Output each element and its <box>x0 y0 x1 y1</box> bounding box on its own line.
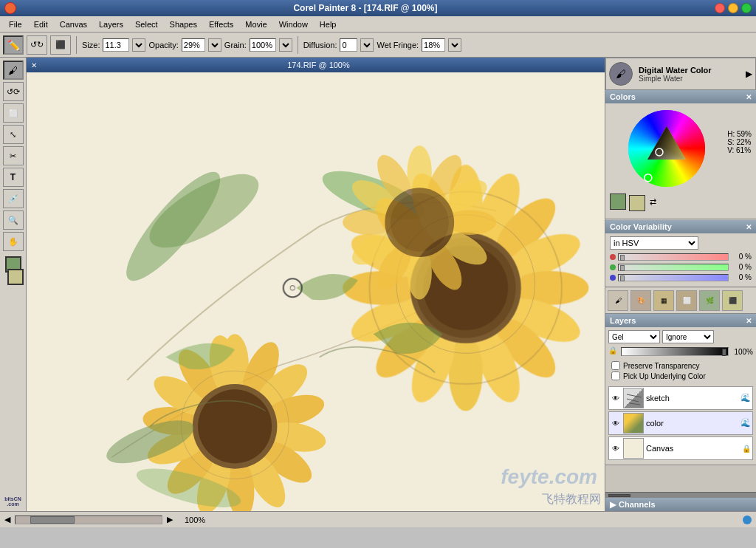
var-dot-1 <box>610 254 616 260</box>
mini-panel-4: ⬜ <box>676 290 697 311</box>
foreground-swatch[interactable] <box>610 193 626 210</box>
layer-thumb-sketch <box>623 388 644 408</box>
layer-row-color[interactable]: 👁 color 🌊 <box>608 411 753 435</box>
brush-arrow-icon[interactable]: ▶ <box>746 69 752 79</box>
menu-edit[interactable]: Edit <box>28 18 54 30</box>
pick-up-checkbox[interactable] <box>611 371 620 380</box>
grain-dropdown[interactable] <box>279 38 292 52</box>
menu-file[interactable]: File <box>3 18 28 30</box>
scroll-right-icon[interactable]: ▶ <box>167 515 173 524</box>
expand-icon: ▶ <box>610 500 616 510</box>
composite-dropdown[interactable]: Ignore Default <box>662 330 714 343</box>
layers-controls: Gel Normal Multiply Ignore Default <box>608 330 753 343</box>
grain-label: Grain: <box>224 41 247 49</box>
layers-panel-header[interactable]: Layers ✕ <box>605 314 756 327</box>
blend-mode-dropdown[interactable]: Gel Normal Multiply <box>608 330 660 343</box>
mini-panel-1: 🖌 <box>608 290 628 311</box>
scroll-left-icon[interactable]: ◀ <box>4 515 10 524</box>
colors-close-icon[interactable]: ✕ <box>746 93 752 101</box>
mini-panel-5: 🌿 <box>699 290 720 311</box>
menu-canvas[interactable]: Canvas <box>54 18 93 30</box>
var-slider-2[interactable] <box>618 264 729 271</box>
menu-shapes[interactable]: Shapes <box>164 18 203 30</box>
horizontal-scrollbar[interactable] <box>15 516 162 524</box>
main-layout: 🖌 ↺⟳ ⬜ ⤡ ✂ T 💉 🔍 ✋ bitsCN.com ✕ 174.RIF … <box>0 58 756 511</box>
swap-icon[interactable]: ⇄ <box>650 197 656 207</box>
size-input[interactable] <box>103 38 129 52</box>
var-slider-1[interactable] <box>618 253 729 261</box>
zoom-tool[interactable]: 🔍 <box>3 210 24 230</box>
background-swatch[interactable] <box>629 195 645 211</box>
color-wheel-container[interactable] <box>626 108 707 189</box>
paint-brush-tool[interactable]: 🖌 <box>3 61 24 80</box>
canvas-close-icon[interactable]: ✕ <box>31 61 37 69</box>
colors-panel-content: H: 59% S: 22% V: 61% ⇄ <box>605 103 756 219</box>
diffusion-input[interactable] <box>340 38 357 52</box>
opacity-dropdown[interactable] <box>208 38 221 52</box>
menu-help[interactable]: Help <box>314 18 343 30</box>
layer-row-canvas[interactable]: 👁 Canvas 🔒 <box>608 436 753 460</box>
title-text: Corel Painter 8 - [174.RIF @ 100%] <box>293 3 437 13</box>
layer-row-sketch[interactable]: 👁 sketch 🌊 <box>608 386 753 410</box>
zoom-level: 100% <box>185 516 205 524</box>
brush-category-icon[interactable]: 🖌 <box>609 62 633 86</box>
menu-movie[interactable]: Movie <box>239 18 272 30</box>
color-wheel-canvas[interactable] <box>626 108 707 189</box>
select-rect-tool[interactable]: ⬜ <box>3 103 24 123</box>
opacity-input[interactable] <box>182 38 205 52</box>
menu-effects[interactable]: Effects <box>203 18 239 30</box>
opacity-value: 100% <box>731 348 753 356</box>
transform-tool[interactable]: ⤡ <box>3 125 24 144</box>
crop-tool[interactable]: ✂ <box>3 146 24 165</box>
channels-bar[interactable]: ▶ Channels <box>605 498 756 511</box>
rotate-tool-icon[interactable]: ↺↻ <box>27 35 47 55</box>
color-swatches-row: ⇄ <box>610 189 752 214</box>
layer-eye-sketch[interactable]: 👁 <box>611 393 621 403</box>
color-variability-header[interactable]: Color Variability ✕ <box>605 220 756 233</box>
window-controls[interactable] <box>715 3 752 13</box>
preserve-transparency-checkbox[interactable] <box>611 361 620 370</box>
wet-fringe-dropdown[interactable] <box>448 38 461 52</box>
size-dropdown[interactable] <box>132 38 145 52</box>
layer-eye-color[interactable]: 👁 <box>611 418 621 428</box>
maximize-button[interactable] <box>741 3 752 13</box>
layer-eye-canvas[interactable]: 👁 <box>611 443 621 453</box>
layer-type-icon-color: 🌊 <box>740 418 751 428</box>
opacity-slider[interactable] <box>621 347 729 356</box>
canvas-content[interactable]: feyte.com 飞特教程网 <box>27 72 605 511</box>
layers-panel: Layers ✕ Gel Normal Multiply Ignore Defa… <box>605 314 756 465</box>
pan-tool[interactable]: ✋ <box>3 232 24 251</box>
color-variability-content: in HSV in RGB in HLS 0 % <box>605 233 756 287</box>
layers-close-icon[interactable]: ✕ <box>746 317 752 325</box>
wet-fringe-input[interactable] <box>422 38 445 52</box>
brush-name: Digital Water Color <box>639 66 740 75</box>
close-button[interactable] <box>715 3 725 13</box>
color-variability-mode-dropdown[interactable]: in HSV in RGB in HLS <box>610 236 698 250</box>
toolbar: ✏️ ↺↻ ⬛ Size: Opacity: Grain: Diffusion:… <box>0 32 756 58</box>
minimize-button[interactable] <box>728 3 738 13</box>
color-variability-close-icon[interactable]: ✕ <box>746 223 752 231</box>
path-tool[interactable]: ↺⟳ <box>3 82 24 101</box>
svg-line-63 <box>630 403 640 405</box>
size-label: Size: <box>82 41 100 49</box>
var-slider-3[interactable] <box>618 274 729 281</box>
menu-layers[interactable]: Layers <box>93 18 129 30</box>
background-color-swatch[interactable] <box>7 269 24 285</box>
eyedropper-tool[interactable]: 💉 <box>3 189 24 208</box>
colors-panel-header[interactable]: Colors ✕ <box>605 90 756 103</box>
menu-window[interactable]: Window <box>273 18 314 30</box>
var-dot-3 <box>610 275 616 281</box>
grain-input[interactable] <box>250 38 276 52</box>
layer-type-icon-sketch: 🌊 <box>740 393 751 403</box>
color-variability-title: Color Variability <box>610 222 672 231</box>
canvas-area: ✕ 174.RIF @ 100% <box>27 58 605 511</box>
text-tool[interactable]: T <box>3 168 24 187</box>
mini-panels-row: 🖌 🎨 ▦ ⬜ 🌿 ⬛ <box>605 288 756 314</box>
eraser-tool-icon[interactable]: ⬛ <box>50 35 71 55</box>
canvas-title: 174.RIF @ 100% <box>287 61 350 69</box>
wet-fringe-label: Wet Fringe: <box>377 41 419 49</box>
diffusion-dropdown[interactable] <box>360 38 374 52</box>
menu-select[interactable]: Select <box>129 18 164 30</box>
resize-handle[interactable] <box>605 492 756 498</box>
brush-tool-icon[interactable]: ✏️ <box>3 35 24 55</box>
